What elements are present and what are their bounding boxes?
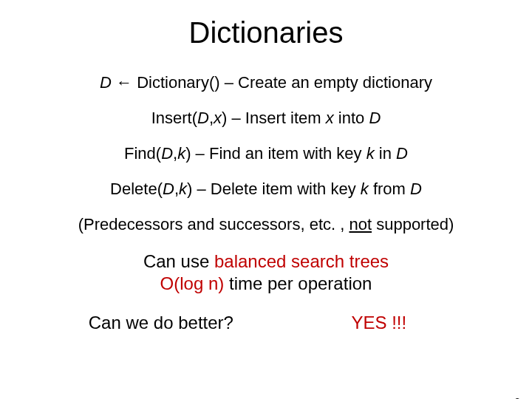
question-text: Can we do better? xyxy=(89,313,233,333)
can-use-pre: Can use xyxy=(143,251,214,271)
op-delete-call-pre: Delete( xyxy=(110,180,163,198)
slide-title: Dictionaries xyxy=(0,16,532,50)
note-post: supported) xyxy=(372,215,454,233)
op-insert-arg1: D xyxy=(197,109,209,127)
note-not: not xyxy=(349,215,372,233)
op-create-lhs: D xyxy=(100,73,116,92)
can-use-post: time per operation xyxy=(224,273,372,293)
op-create-call: Dictionary() xyxy=(132,73,220,92)
can-use-paragraph: Can use balanced search trees O(log n) t… xyxy=(0,250,532,295)
op-insert-arg2: x xyxy=(214,109,222,127)
can-use-ologn: O(log n) xyxy=(160,273,225,293)
op-find-line: Find(D,k) – Find an item with key k in D xyxy=(0,144,532,163)
answer-text: YES !!! xyxy=(351,313,406,333)
op-insert-call-pre: Insert( xyxy=(151,109,197,127)
op-insert-desc-pre: – Insert item xyxy=(227,109,325,127)
op-find-call-pre: Find( xyxy=(124,144,161,163)
op-delete-arg1: D xyxy=(163,180,174,198)
op-find-call-post: ) xyxy=(185,144,191,163)
op-delete-desc-pre: – Delete item with key xyxy=(192,180,360,198)
op-find-D: D xyxy=(396,144,408,163)
op-find-desc-pre: – Find an item with key xyxy=(191,144,366,163)
op-insert-desc-mid: into xyxy=(334,109,369,127)
op-delete-k: k xyxy=(361,180,369,198)
op-insert-D: D xyxy=(369,109,381,127)
can-use-bst: balanced search trees xyxy=(214,251,389,271)
op-delete-line: Delete(D,k) – Delete item with key k fro… xyxy=(0,180,532,199)
op-find-k: k xyxy=(366,144,375,163)
op-delete-arg2: k xyxy=(179,180,187,198)
op-find-arg1: D xyxy=(161,144,173,163)
page-number: 2 xyxy=(514,396,520,399)
bottom-row: Can we do better? YES !!! xyxy=(0,313,532,333)
op-create-desc: – Create an empty dictionary xyxy=(220,73,432,92)
slide: Dictionaries D ← Dictionary() – Create a… xyxy=(0,16,532,399)
op-create-line: D ← Dictionary() – Create an empty dicti… xyxy=(0,73,532,92)
op-find-desc-mid: in xyxy=(375,144,396,163)
op-find-arg2: k xyxy=(177,144,185,163)
op-insert-line: Insert(D,x) – Insert item x into D xyxy=(0,109,532,128)
op-insert-x: x xyxy=(326,109,334,127)
note-pre: (Predecessors and successors, etc. , xyxy=(78,215,349,233)
op-delete-desc-mid: from xyxy=(369,180,410,198)
op-delete-D: D xyxy=(410,180,422,198)
left-arrow-icon: ← xyxy=(116,73,132,92)
note-line: (Predecessors and successors, etc. , not… xyxy=(0,215,532,234)
